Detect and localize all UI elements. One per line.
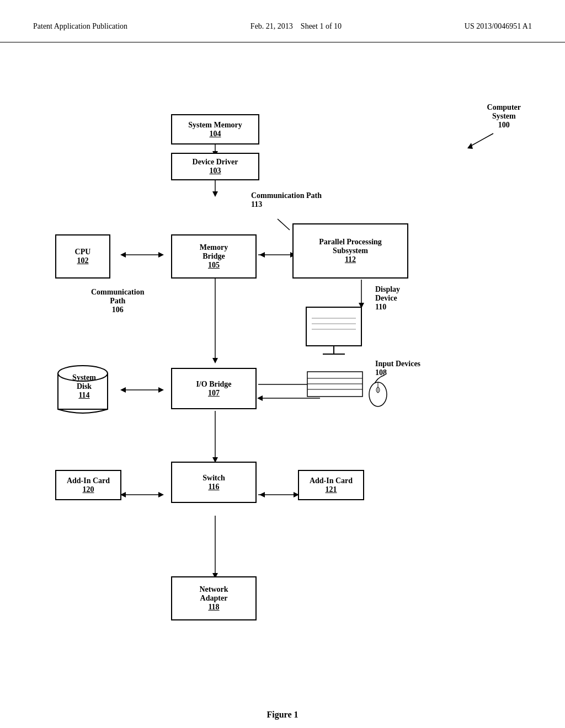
header-left: Patent Application Publication [33,22,127,31]
figure-caption: Figure 1 [0,704,565,728]
system-memory-box: System Memory 104 [171,114,259,144]
computer-system-label: ComputerSystem100 [487,103,521,130]
device-driver-box: Device Driver 103 [171,153,259,180]
io-bridge-box: I/O Bridge 107 [171,368,257,409]
network-adapter-box: NetworkAdapter 118 [171,576,257,620]
diagram-area: ComputerSystem100 System Memory 104 Devi… [0,42,565,704]
svg-marker-15 [212,358,218,363]
pps-box: Parallel ProcessingSubsystem 112 [292,223,408,279]
display-device-icon [303,304,375,360]
svg-marker-34 [467,143,473,149]
memory-bridge-box: MemoryBridge 105 [171,234,257,279]
svg-marker-5 [120,252,126,258]
switch-box: Switch 116 [171,462,257,503]
svg-marker-30 [259,492,265,497]
svg-marker-17 [120,387,126,393]
svg-marker-22 [257,395,263,401]
svg-marker-27 [158,492,164,497]
svg-marker-9 [259,252,265,258]
header-right: US 2013/0046951 A1 [465,22,532,31]
svg-rect-35 [306,307,361,346]
system-disk-label: SystemDisk114 [52,373,116,400]
comm-path-113-label: Communication Path113 [251,191,322,209]
svg-line-33 [468,133,493,147]
svg-marker-1 [212,191,218,197]
keyboard-icon [306,371,367,401]
cs-arrow [460,128,504,150]
add-in-card-121-box: Add-In Card 121 [298,470,364,500]
svg-marker-6 [158,252,164,258]
cpu-box: CPU 102 [55,234,110,279]
svg-line-10 [278,219,290,230]
mouse-icon [366,373,391,409]
page-header: Patent Application Publication Feb. 21, … [0,0,565,42]
svg-marker-18 [158,387,164,393]
display-device-label: DisplayDevice110 [375,285,400,312]
header-center: Feb. 21, 2013 Sheet 1 of 10 [250,22,342,31]
comm-path-106-label: CommunicationPath106 [91,288,144,314]
add-in-card-120-box: Add-In Card 120 [55,470,121,500]
